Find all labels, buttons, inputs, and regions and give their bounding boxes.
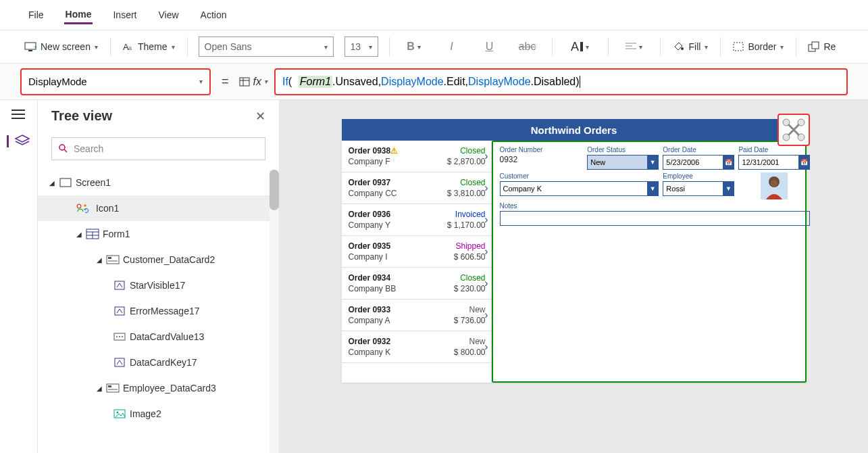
svg-rect-1 xyxy=(28,50,32,51)
order-row[interactable]: Order 0933NewCompany A$ 736.00› xyxy=(342,300,491,331)
svg-point-33 xyxy=(119,336,120,337)
order-row[interactable]: Order 0934ClosedCompany BB$ 230.00› xyxy=(342,268,491,300)
reorder-icon xyxy=(809,42,819,51)
order-row[interactable]: Order 0936InvoicedCompany Y$ 1,170.00› xyxy=(342,204,491,236)
label-order-number: Order Number xyxy=(500,146,584,153)
order-row[interactable]: Order 0932NewCompany K$ 800.00› xyxy=(342,331,491,363)
property-select[interactable]: DisplayMode ▾ xyxy=(20,68,211,95)
menu-action[interactable]: Action xyxy=(199,7,228,23)
order-id: Order 0937 xyxy=(349,178,391,187)
tree-list: ◢ Screen1 Icon1 ◢ Form1 ◢ Customer_DataC… xyxy=(38,170,279,453)
chevron-right-icon: › xyxy=(484,214,488,226)
font-select[interactable]: Open Sans ▾ xyxy=(199,37,334,57)
fontsize-value: 13 xyxy=(351,41,361,52)
tree-row-icon1[interactable]: Icon1 xyxy=(38,195,279,221)
equals-sign: = xyxy=(218,74,233,89)
order-list: Order 0938⚠ClosedCompany F$ 2,870.00›Ord… xyxy=(342,141,492,383)
menu-view[interactable]: View xyxy=(157,7,180,23)
reorder-button[interactable]: Re xyxy=(807,39,837,55)
tok-disabled: .Disabled xyxy=(531,76,576,88)
border-button[interactable]: Border ▾ xyxy=(732,39,785,55)
tree-row-errormsg[interactable]: ErrorMessage17 xyxy=(38,298,279,324)
tree-row-datacardvalue[interactable]: DataCardValue13 xyxy=(38,324,279,350)
menu-file[interactable]: File xyxy=(27,7,45,23)
input-order-date[interactable]: 5/23/2006📅 xyxy=(663,155,734,170)
svg-rect-37 xyxy=(108,385,111,387)
svg-point-18 xyxy=(59,145,65,150)
new-screen-button[interactable]: + New screen ▾ xyxy=(23,39,99,55)
input-icon xyxy=(113,333,126,340)
resize-handle-icon xyxy=(782,118,805,141)
order-row[interactable]: Order 0938⚠ClosedCompany F$ 2,870.00› xyxy=(342,141,491,172)
fill-button[interactable]: Fill ▾ xyxy=(671,39,710,55)
tree-label: DataCardKey17 xyxy=(130,357,197,368)
fx-button[interactable]: fx▾ xyxy=(240,76,267,88)
order-row[interactable]: Order 0937ClosedCompany CC$ 3,810.00› xyxy=(342,172,491,204)
order-company: Company BB xyxy=(349,284,397,293)
chevron-down-icon: ▾ xyxy=(199,78,203,85)
menu-home[interactable]: Home xyxy=(64,6,93,24)
select-customer[interactable]: Company K▼ xyxy=(500,181,659,196)
chevron-right-icon: › xyxy=(484,309,488,321)
bold-button[interactable]: B▾ xyxy=(401,37,428,57)
selection-handle[interactable] xyxy=(777,114,810,146)
input-notes[interactable] xyxy=(500,211,811,226)
label-icon xyxy=(113,307,126,315)
search-input[interactable]: Search xyxy=(51,137,265,160)
order-status: New xyxy=(469,305,485,314)
label-notes: Notes xyxy=(500,202,811,210)
order-status: Shipped xyxy=(455,241,485,251)
theme-button[interactable]: Aa Theme ▾ xyxy=(122,39,176,55)
tree-row-image2[interactable]: Image2 xyxy=(38,401,279,427)
label-paid-date: Paid Date xyxy=(738,146,810,153)
close-icon[interactable]: ✕ xyxy=(255,109,265,124)
chevron-right-icon: › xyxy=(484,182,488,194)
svg-text:a: a xyxy=(128,45,132,51)
tree-row-form1[interactable]: ◢ Form1 xyxy=(38,221,279,247)
svg-rect-35 xyxy=(115,358,124,366)
svg-rect-12 xyxy=(240,78,249,86)
strikethrough-button[interactable]: abc xyxy=(514,37,541,57)
menu-insert[interactable]: Insert xyxy=(111,7,138,23)
tree-row-screen1[interactable]: ◢ Screen1 xyxy=(38,170,279,195)
underline-button[interactable]: U xyxy=(476,37,503,57)
order-amount: $ 230.00 xyxy=(454,284,486,293)
formula-input[interactable]: If( Form1.Unsaved, DisplayMode.Edit, Dis… xyxy=(274,68,848,95)
tree-row-starvisible[interactable]: StarVisible17 xyxy=(38,272,279,298)
svg-point-40 xyxy=(117,412,119,414)
hamburger-icon[interactable] xyxy=(11,110,26,122)
svg-rect-20 xyxy=(60,178,71,187)
font-value: Open Sans xyxy=(205,41,252,52)
align-button[interactable]: ▾ xyxy=(619,37,649,57)
select-order-status[interactable]: New▼ xyxy=(587,155,659,170)
layers-icon[interactable] xyxy=(7,135,22,147)
tree-scrollbar[interactable] xyxy=(270,170,279,453)
order-company: Company Y xyxy=(349,220,390,230)
tree-label: Customer_DataCard2 xyxy=(123,254,215,265)
fontsize-select[interactable]: 13 ▾ xyxy=(344,37,378,57)
select-employee[interactable]: Rossi▼ xyxy=(663,181,734,196)
calendar-icon: 📅 xyxy=(798,156,809,169)
search-icon xyxy=(59,144,68,153)
svg-rect-27 xyxy=(108,257,111,259)
tree-row-employee-card[interactable]: ◢ Employee_DataCard3 xyxy=(38,375,279,401)
order-id: Order 0938⚠ xyxy=(349,146,399,156)
order-company: Company A xyxy=(349,316,390,325)
tree-label: Screen1 xyxy=(76,177,111,188)
chevron-down-icon: ▾ xyxy=(369,43,372,51)
border-icon xyxy=(733,42,744,51)
italic-button[interactable]: I xyxy=(438,37,465,57)
order-status: Closed xyxy=(460,178,485,187)
fontcolor-button[interactable]: A▾ xyxy=(563,37,597,57)
input-paid-date[interactable]: 12/31/2001📅 xyxy=(738,155,810,170)
menu-bar: File Home Insert View Action xyxy=(0,0,868,30)
form-icon xyxy=(86,229,99,239)
svg-line-19 xyxy=(64,149,67,152)
order-id: Order 0933 xyxy=(349,305,391,314)
tree-row-datacardkey[interactable]: DataCardKey17 xyxy=(38,350,279,375)
label-icon xyxy=(113,358,126,366)
order-id: Order 0935 xyxy=(349,241,391,251)
order-row[interactable]: Order 0935ShippedCompany I$ 606.50› xyxy=(342,236,491,268)
calendar-icon: 📅 xyxy=(723,156,734,169)
tree-row-customer-card[interactable]: ◢ Customer_DataCard2 xyxy=(38,247,279,272)
